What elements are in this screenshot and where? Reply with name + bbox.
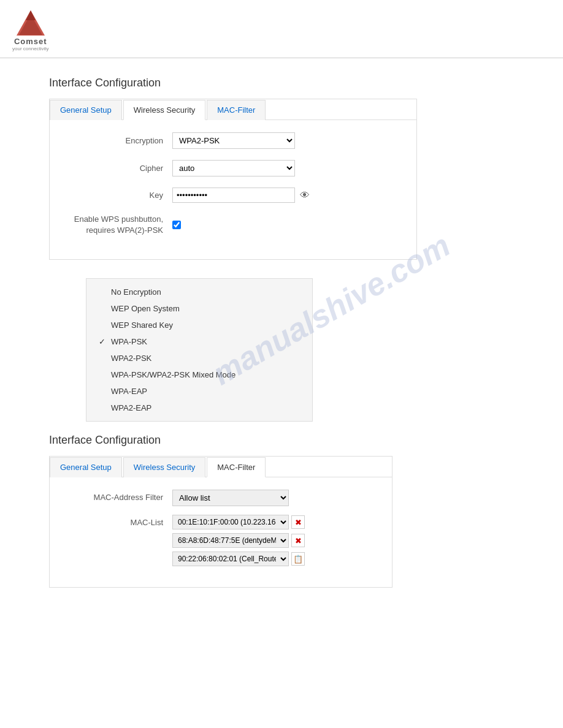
mac-address-filter-label: MAC-Address Filter [62, 490, 172, 502]
key-input[interactable] [172, 188, 295, 203]
eye-icon[interactable]: 👁 [300, 190, 310, 201]
interface-config-2: General Setup Wireless Security MAC-Filt… [49, 456, 393, 588]
dropdown-item-wpa2-eap[interactable]: WPA2-EAP [86, 400, 312, 416]
mac-entry-2-select[interactable]: 68:A8:6D:48:77:5E (dentydeME… [172, 533, 289, 548]
dropdown-item-wpa2-psk[interactable]: WPA2-PSK [86, 350, 312, 366]
wps-row: Enable WPS pushbutton, requires WPA(2)-P… [62, 214, 404, 236]
encryption-row: Encryption WPA2-PSK No Encryption WEP Op… [62, 132, 404, 149]
tab-wireless-security-1[interactable]: Wireless Security [123, 100, 205, 120]
dropdown-item-no-encryption[interactable]: No Encryption [86, 284, 312, 300]
mac-entry-3-select[interactable]: 90:22:06:80:02:01 (Cell_Router… [172, 552, 289, 566]
encryption-control: WPA2-PSK No Encryption WEP Open System W… [172, 132, 295, 149]
dropdown-item-wpa-mixed[interactable]: WPA-PSK/WPA2-PSK Mixed Mode [86, 366, 312, 383]
tab-mac-filter-2[interactable]: MAC-Filter [207, 457, 266, 477]
tab-general-setup-1[interactable]: General Setup [50, 100, 122, 120]
tabs-2: General Setup Wireless Security MAC-Filt… [50, 457, 392, 477]
dropdown-item-wpa-psk[interactable]: ✓ WPA-PSK [86, 333, 312, 350]
logo-text: Comset [14, 37, 47, 46]
dropdown-item-wep-open[interactable]: WEP Open System [86, 300, 312, 317]
mac-filter-form: MAC-Address Filter Disable Allow list De… [50, 477, 392, 587]
wps-control [172, 221, 181, 229]
logo-icon [15, 9, 46, 37]
mac-list-control: 00:1E:10:1F:00:00 (10.223.164… ✖ 68:A8:6… [172, 515, 305, 566]
wps-label: Enable WPS pushbutton, requires WPA(2)-P… [62, 214, 172, 236]
section1-title: Interface Configuration [49, 77, 514, 89]
mac-entry-1-select[interactable]: 00:1E:10:1F:00:00 (10.223.164… [172, 515, 289, 529]
interface-config-1: General Setup Wireless Security MAC-Filt… [49, 99, 417, 260]
wireless-security-form: Encryption WPA2-PSK No Encryption WEP Op… [50, 120, 416, 259]
wps-checkbox[interactable] [172, 221, 181, 229]
mac-list-row: MAC-List 00:1E:10:1F:00:00 (10.223.164… … [62, 515, 380, 566]
tab-general-setup-2[interactable]: General Setup [50, 457, 122, 477]
key-label: Key [62, 191, 172, 200]
tab-wireless-security-2[interactable]: Wireless Security [123, 457, 205, 477]
mac-address-filter-select[interactable]: Disable Allow list Deny list [172, 490, 289, 506]
mac-address-filter-control: Disable Allow list Deny list [172, 490, 289, 506]
mac-entry-1-delete-button[interactable]: ✖ [291, 515, 305, 529]
mac-list-label: MAC-List [62, 515, 172, 527]
dropdown-item-wpa-eap[interactable]: WPA-EAP [86, 383, 312, 400]
mac-address-filter-row: MAC-Address Filter Disable Allow list De… [62, 490, 380, 506]
encryption-label: Encryption [62, 136, 172, 145]
tabs-1: General Setup Wireless Security MAC-Filt… [50, 99, 416, 120]
logo-tagline: your connectivity [12, 46, 49, 51]
mac-entry-3: 90:22:06:80:02:01 (Cell_Router… 📋 [172, 552, 305, 566]
mac-entry-2-delete-button[interactable]: ✖ [291, 534, 305, 547]
logo: Comset your connectivity [12, 9, 49, 51]
cipher-control: auto CCMP (AES) TKIP TKIP and CCMP (AES) [172, 160, 295, 176]
cipher-row: Cipher auto CCMP (AES) TKIP TKIP and CCM… [62, 160, 404, 176]
section2-title: Interface Configuration [49, 434, 514, 447]
svg-marker-2 [26, 10, 36, 20]
page-header: Comset your connectivity [0, 0, 563, 58]
key-control: 👁 [172, 188, 310, 203]
key-row: Key 👁 [62, 188, 404, 203]
encryption-select[interactable]: WPA2-PSK No Encryption WEP Open System W… [172, 132, 295, 149]
mac-entry-1: 00:1E:10:1F:00:00 (10.223.164… ✖ [172, 515, 305, 529]
tab-mac-filter-1[interactable]: MAC-Filter [207, 100, 266, 120]
dropdown-item-wep-shared[interactable]: WEP Shared Key [86, 317, 312, 333]
main-content: manualshive.com Interface Configuration … [0, 58, 563, 606]
mac-entry-2: 68:A8:6D:48:77:5E (dentydeME… ✖ [172, 533, 305, 548]
encryption-dropdown-menu: No Encryption WEP Open System WEP Shared… [86, 278, 313, 422]
mac-entry-3-add-button[interactable]: 📋 [291, 552, 305, 566]
cipher-select[interactable]: auto CCMP (AES) TKIP TKIP and CCMP (AES) [172, 160, 295, 176]
cipher-label: Cipher [62, 164, 172, 173]
